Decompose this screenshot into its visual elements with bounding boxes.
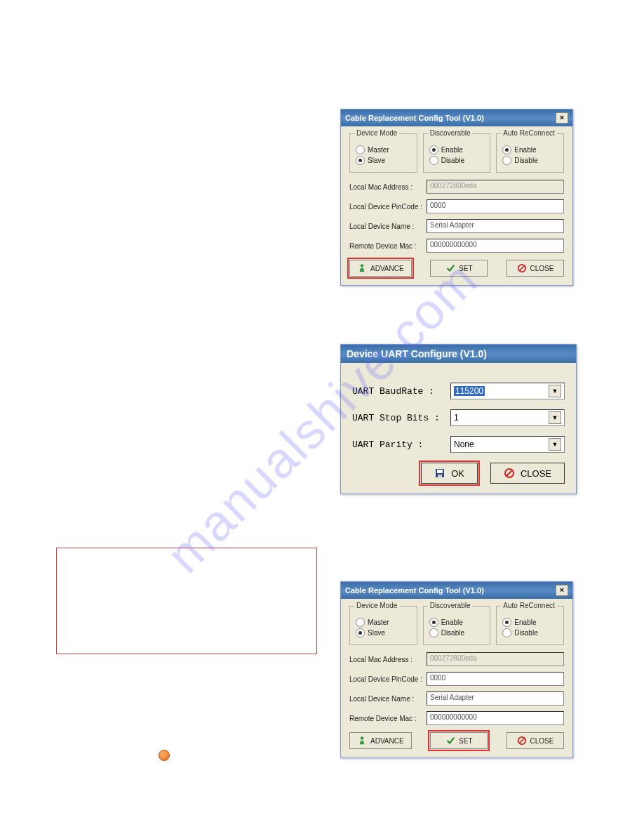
config-dialog-1: Cable Replacement Config Tool (V1.0) × D… xyxy=(340,109,573,286)
remote-input[interactable]: 000000000000 xyxy=(427,239,564,253)
stop-label: UART Stop Bits : xyxy=(352,413,450,423)
set-button[interactable]: SET xyxy=(430,732,488,749)
group-legend: Discoverable xyxy=(428,129,473,137)
no-entry-icon xyxy=(504,468,515,479)
radio-enable[interactable]: Enable xyxy=(429,145,485,154)
person-icon xyxy=(357,263,367,273)
radio-disable[interactable]: Disable xyxy=(429,156,485,165)
name-input[interactable]: Serial Adapter xyxy=(427,219,564,233)
radio-master[interactable]: Master xyxy=(356,145,411,154)
stop-select[interactable]: 1 ▼ xyxy=(450,409,565,426)
btn-label: ADVANCE xyxy=(370,737,404,745)
radio-slave[interactable]: Slave xyxy=(356,156,411,165)
titlebar: Cable Replacement Config Tool (V1.0) × xyxy=(341,582,572,599)
group-legend: Auto ReConnect xyxy=(501,602,556,609)
radio-label: Enable xyxy=(514,146,536,154)
radio-label: Disable xyxy=(514,629,537,637)
radio-enable[interactable]: Enable xyxy=(502,618,558,627)
mac-input: 000272800eda xyxy=(427,652,564,666)
pin-label: Local Device PinCode : xyxy=(349,203,427,211)
check-icon xyxy=(445,736,455,746)
svg-line-2 xyxy=(519,266,524,271)
radio-enable[interactable]: Enable xyxy=(429,618,485,627)
advance-button[interactable]: ADVANCE xyxy=(349,732,412,749)
radio-label: Slave xyxy=(368,157,385,164)
config-dialog-2: Cable Replacement Config Tool (V1.0) × D… xyxy=(340,581,573,758)
radio-master[interactable]: Master xyxy=(356,618,411,627)
baud-label: UART BaudRate : xyxy=(352,386,450,397)
titlebar: Cable Replacement Config Tool (V1.0) × xyxy=(341,110,572,126)
close-icon[interactable]: × xyxy=(556,585,568,596)
bullet-dot-icon xyxy=(159,750,170,761)
advance-button[interactable]: ADVANCE xyxy=(349,260,412,277)
dialog-title: Cable Replacement Config Tool (V1.0) xyxy=(345,114,484,122)
annotation-box xyxy=(56,548,317,654)
chevron-down-icon: ▼ xyxy=(549,438,561,451)
name-input[interactable]: Serial Adapter xyxy=(427,691,564,706)
radio-label: Enable xyxy=(441,618,463,626)
btn-label: CLOSE xyxy=(530,265,554,272)
radio-label: Master xyxy=(368,146,389,154)
group-device-mode: Device Mode Master Slave xyxy=(349,606,417,645)
parity-select[interactable]: None ▼ xyxy=(450,436,565,453)
radio-label: Disable xyxy=(441,629,464,637)
svg-rect-5 xyxy=(438,475,442,477)
close-button[interactable]: CLOSE xyxy=(507,260,564,277)
btn-label: OK xyxy=(451,468,464,479)
ok-button[interactable]: OK xyxy=(421,463,478,484)
radio-label: Disable xyxy=(514,157,537,164)
radio-slave[interactable]: Slave xyxy=(356,628,411,637)
set-button[interactable]: SET xyxy=(430,260,488,277)
radio-label: Disable xyxy=(441,157,464,164)
group-auto-reconnect: Auto ReConnect Enable Disable xyxy=(496,606,564,645)
radio-enable[interactable]: Enable xyxy=(502,145,558,154)
radio-disable[interactable]: Disable xyxy=(502,156,558,165)
mac-label: Local Mac Address : xyxy=(349,183,427,191)
radio-label: Slave xyxy=(368,629,385,637)
group-auto-reconnect: Auto ReConnect Enable Disable xyxy=(496,133,564,173)
dialog-title: Cable Replacement Config Tool (V1.0) xyxy=(345,586,484,595)
group-discoverable: Discoverable Enable Disable xyxy=(423,606,491,645)
remote-label: Remote Device Mac : xyxy=(349,242,427,250)
btn-label: SET xyxy=(459,737,472,745)
btn-label: CLOSE xyxy=(521,468,551,479)
svg-rect-4 xyxy=(437,470,443,473)
group-legend: Device Mode xyxy=(354,602,399,609)
radio-label: Enable xyxy=(441,146,463,154)
group-legend: Auto ReConnect xyxy=(501,129,556,137)
person-icon xyxy=(357,736,367,746)
no-entry-icon xyxy=(517,736,527,746)
mac-input: 000272800eda xyxy=(427,180,564,194)
remote-input[interactable]: 000000000000 xyxy=(427,711,564,725)
dialog-title: Device UART Configure (V1.0) xyxy=(347,348,487,359)
name-label: Local Device Name : xyxy=(349,223,427,230)
svg-point-8 xyxy=(361,736,363,739)
baud-select[interactable]: 115200 ▼ xyxy=(450,383,565,399)
select-value: 115200 xyxy=(454,386,485,396)
radio-disable[interactable]: Disable xyxy=(429,628,485,637)
uart-dialog: Device UART Configure (V1.0) UART BaudRa… xyxy=(340,344,577,494)
svg-point-0 xyxy=(361,264,363,267)
btn-label: ADVANCE xyxy=(370,265,404,272)
no-entry-icon xyxy=(517,263,527,273)
parity-label: UART Parity : xyxy=(352,439,450,450)
svg-line-10 xyxy=(519,739,524,743)
group-device-mode: Device Mode Master Slave xyxy=(349,133,417,173)
name-label: Local Device Name : xyxy=(349,695,427,703)
chevron-down-icon: ▼ xyxy=(549,385,561,397)
select-value: 1 xyxy=(454,413,459,423)
radio-disable[interactable]: Disable xyxy=(502,628,558,637)
close-button[interactable]: CLOSE xyxy=(490,463,565,484)
mac-label: Local Mac Address : xyxy=(349,656,427,663)
select-value: None xyxy=(454,439,474,449)
chevron-down-icon: ▼ xyxy=(549,411,561,424)
btn-label: CLOSE xyxy=(530,737,554,745)
remote-label: Remote Device Mac : xyxy=(349,715,427,722)
pin-input[interactable]: 0000 xyxy=(427,672,564,686)
close-button[interactable]: CLOSE xyxy=(507,732,564,749)
close-icon[interactable]: × xyxy=(556,112,568,124)
group-legend: Discoverable xyxy=(428,602,473,609)
save-icon xyxy=(434,468,445,479)
pin-input[interactable]: 0000 xyxy=(427,199,564,213)
group-discoverable: Discoverable Enable Disable xyxy=(423,133,491,173)
